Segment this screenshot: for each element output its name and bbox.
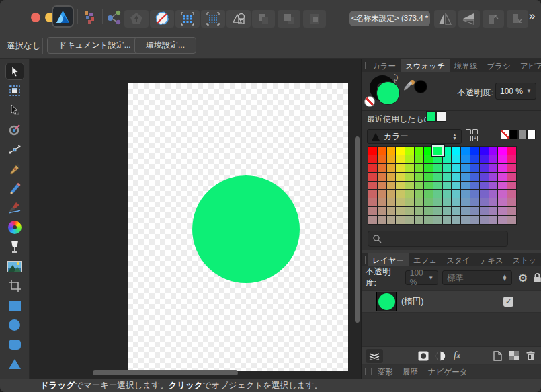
tab-brushes[interactable]: ブラシ (482, 59, 515, 72)
swatch-cell[interactable] (396, 198, 405, 206)
place-image-tool[interactable] (5, 258, 24, 275)
delete-layer-icon[interactable] (526, 351, 535, 361)
triangle-shape-tool[interactable] (5, 355, 24, 373)
swatch-cell[interactable] (470, 147, 479, 155)
swatch-cell[interactable] (368, 198, 377, 206)
swatch-cell[interactable] (368, 207, 377, 215)
swatch-cell[interactable] (480, 164, 489, 172)
point-transform-tool[interactable] (5, 121, 24, 139)
swatch-cell[interactable] (405, 198, 414, 206)
swatch-cell[interactable] (387, 198, 396, 206)
swatch-cell[interactable] (461, 182, 470, 190)
swatch-cell[interactable] (424, 173, 433, 181)
swatch-cell[interactable] (480, 207, 489, 215)
vertical-scrollbar[interactable] (355, 136, 360, 323)
swatch-cell[interactable] (498, 173, 507, 181)
swatch-cell[interactable] (415, 173, 423, 181)
swatch-cell[interactable] (433, 182, 442, 190)
swatch-cell[interactable] (368, 173, 377, 181)
swatch-cell[interactable] (424, 207, 433, 215)
swatch-cell[interactable] (378, 155, 386, 163)
flip-horizontal-button[interactable] (434, 10, 456, 28)
swatch-cell[interactable] (489, 216, 498, 224)
blend-mode-dropdown[interactable]: 標準 ▲▼ (442, 270, 512, 285)
mask-layer-icon[interactable] (418, 351, 429, 361)
adjustment-layer-icon[interactable] (435, 351, 446, 361)
layer-effects-icon[interactable]: fx (454, 350, 460, 361)
swatch-cell[interactable] (415, 190, 423, 198)
swatch-cell[interactable] (452, 216, 460, 224)
swatch-cell[interactable] (470, 198, 479, 206)
swatch-cell[interactable] (443, 182, 452, 190)
swatch-cell[interactable] (378, 147, 386, 155)
swatch-cell[interactable] (480, 147, 489, 155)
swatch-cell[interactable] (415, 216, 423, 224)
swatch-cell[interactable] (443, 173, 452, 181)
swatch-cell[interactable] (415, 155, 423, 163)
swatch-cell[interactable] (507, 198, 516, 206)
swatch-cell[interactable] (396, 207, 405, 215)
swatch-cell[interactable] (378, 173, 386, 181)
tab-layers[interactable]: レイヤー (368, 253, 409, 266)
swatch-cell[interactable] (489, 207, 498, 215)
transparency-tool[interactable] (5, 238, 24, 256)
swap-fill-stroke-icon[interactable]: ⤸ (393, 73, 398, 83)
swatch-cell[interactable] (507, 164, 516, 172)
swatch-cell[interactable] (480, 198, 489, 206)
swatch-cell[interactable] (461, 155, 470, 163)
swatch-cell[interactable] (368, 147, 377, 155)
swatch-cell[interactable] (424, 216, 433, 224)
swatch-cell[interactable] (452, 182, 460, 190)
swatch-cell[interactable] (452, 198, 460, 206)
layers-opacity-dropdown[interactable]: 100 % ▼ (405, 270, 438, 285)
swatch-cell[interactable] (443, 155, 452, 163)
crop-tool[interactable] (5, 277, 24, 295)
swatch-cell[interactable] (396, 164, 405, 172)
swatch-cell[interactable] (405, 173, 414, 181)
color-swatch[interactable] (426, 111, 436, 122)
layer-visibility-checkbox[interactable]: ✓ (503, 297, 513, 307)
tab-transform[interactable]: 変形 (373, 365, 398, 378)
swatch-cell[interactable] (405, 216, 414, 224)
swatch-cell[interactable] (480, 182, 489, 190)
swatch-cell[interactable] (461, 207, 470, 215)
snap-pixel-button[interactable] (201, 10, 225, 28)
swatch-cell[interactable] (415, 182, 423, 190)
swatch-cell[interactable] (461, 216, 470, 224)
swatch-cell[interactable] (443, 198, 452, 206)
swatch-cell[interactable] (387, 207, 396, 215)
swatch-cell[interactable] (498, 216, 507, 224)
swatch-cell[interactable] (387, 173, 396, 181)
swatch-cell[interactable] (498, 147, 507, 155)
swatch-cell[interactable] (433, 207, 442, 215)
swatch-cell[interactable] (433, 155, 442, 163)
swatch-cell[interactable] (378, 190, 386, 198)
swatch-cell[interactable] (489, 147, 498, 155)
swatch-cell[interactable] (461, 198, 470, 206)
swatch-cell[interactable] (507, 207, 516, 215)
swatch-cell[interactable] (507, 173, 516, 181)
flip-vertical-button[interactable] (458, 10, 480, 28)
new-layer-icon[interactable] (493, 351, 502, 361)
pen-tool[interactable] (5, 160, 24, 178)
swatch-cell[interactable] (368, 190, 377, 198)
swatch-cell[interactable] (489, 190, 498, 198)
layer-thumbnail[interactable] (376, 292, 397, 311)
rounded-rectangle-tool[interactable] (5, 336, 24, 353)
swatch-cell[interactable] (387, 182, 396, 190)
gear-icon[interactable]: ⚙ (518, 272, 528, 284)
toolbar-overflow-chevron[interactable]: » (529, 9, 535, 23)
swatch-cell[interactable] (378, 207, 386, 215)
tab-effects[interactable]: エフェ (409, 253, 442, 266)
swatch-cell[interactable] (452, 155, 460, 163)
layer-row[interactable]: (楕円) ✓ (362, 290, 541, 313)
swatch-cell[interactable] (507, 190, 516, 198)
swatch-cell[interactable] (452, 147, 460, 155)
swatch-cell[interactable] (415, 207, 423, 215)
node-select-tool[interactable] (5, 102, 24, 119)
ellipse-tool[interactable] (5, 316, 24, 334)
swatch-cell[interactable] (433, 147, 442, 155)
swatch-cell[interactable] (368, 155, 377, 163)
swatch-cell[interactable] (443, 190, 452, 198)
tab-stroke[interactable]: 境界線 (450, 59, 483, 72)
